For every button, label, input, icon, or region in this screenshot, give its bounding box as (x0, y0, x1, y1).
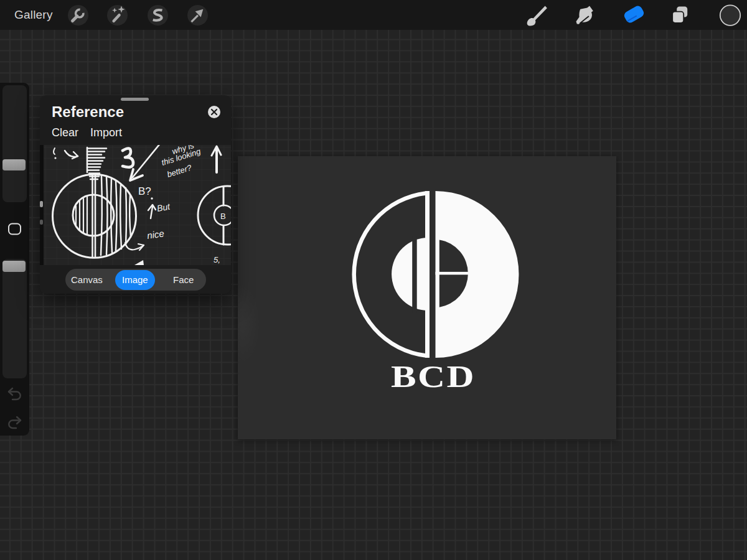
svg-text:B?: B? (138, 185, 151, 197)
svg-text:5,: 5, (214, 255, 220, 264)
svg-text:B: B (220, 212, 226, 221)
svg-text:BCD: BCD (391, 359, 476, 394)
